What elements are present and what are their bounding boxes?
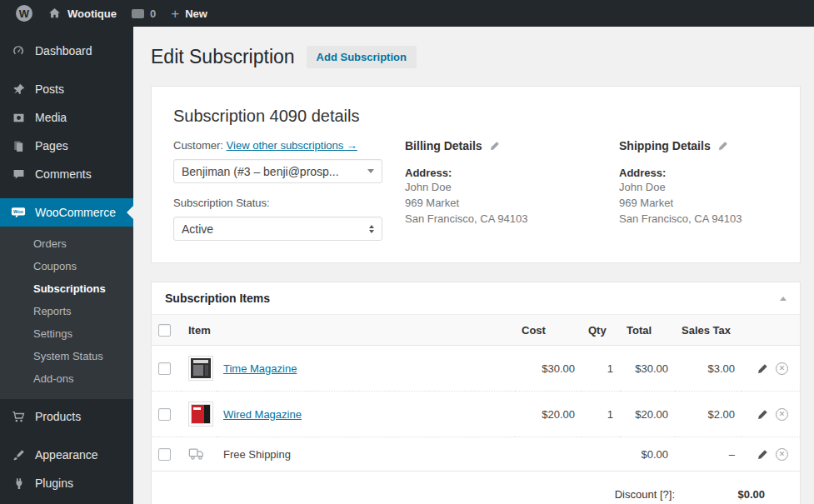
comments-icon (10, 166, 27, 182)
sidebar-item-posts[interactable]: Posts (0, 75, 133, 103)
total-row-discount: Discount [?]: $0.00 (615, 482, 765, 504)
row-checkbox[interactable] (158, 362, 171, 375)
admin-bar: W Wootique 0 + New (0, 0, 814, 27)
column-header-total: Total (620, 315, 675, 346)
add-subscription-button[interactable]: Add Subscription (307, 46, 417, 68)
billing-address-label: Address: (405, 167, 619, 179)
table-row: Time Magazine $30.00 1 $30.00 $3.00 ✕ (152, 346, 800, 392)
woocommerce-icon: Woo (10, 204, 27, 221)
comment-bubble-icon (132, 9, 144, 18)
sidebar-item-appearance[interactable]: Appearance (0, 441, 133, 469)
submenu-item-subscriptions[interactable]: Subscriptions (0, 277, 133, 300)
submenu-item-settings[interactable]: Settings (0, 322, 133, 345)
item-tax: $3.00 (675, 346, 742, 392)
comments-count: 0 (150, 7, 156, 20)
sidebar-item-woocommerce[interactable]: Woo WooCommerce (0, 198, 133, 227)
subscription-details-heading: Subscription 4090 details (173, 107, 778, 126)
pin-icon (10, 81, 27, 97)
subscription-items-panel: Subscription Items Item Cost Qty Total S… (151, 282, 801, 504)
collapse-panel-icon[interactable] (780, 297, 787, 301)
subscription-status-value: Active (182, 222, 213, 236)
discount-label[interactable]: Discount [?]: (615, 488, 675, 501)
shipping-address-line: San Francisco, CA 94103 (619, 211, 778, 227)
woocommerce-submenu: Orders Coupons Subscriptions Reports Set… (0, 227, 133, 399)
sidebar-item-plugins[interactable]: Plugins (0, 469, 133, 497)
shipping-details-heading: Shipping Details (619, 139, 711, 152)
home-icon (47, 7, 62, 20)
sidebar-item-media[interactable]: Media (0, 103, 133, 132)
shipping-name: Free Shipping (217, 437, 515, 472)
submenu-item-reports[interactable]: Reports (0, 300, 133, 322)
billing-address-line: 969 Market (405, 195, 619, 211)
item-cost: $30.00 (515, 346, 582, 392)
row-checkbox[interactable] (158, 408, 171, 421)
shipping-row: Free Shipping $0.00 – ✕ (152, 437, 800, 472)
new-content-button[interactable]: + New (163, 0, 215, 27)
column-header-item: Item (182, 315, 515, 346)
site-name-label: Wootique (67, 7, 117, 20)
select-arrows-icon (369, 225, 374, 233)
customer-select[interactable]: Benjiman (#3 – benji@prosp... (173, 159, 382, 183)
shipping-total: $0.00 (620, 437, 675, 472)
main-content: Edit Subscription Add Subscription Subsc… (133, 27, 814, 504)
sidebar-item-products[interactable]: Products (0, 402, 133, 431)
sidebar-item-label: Media (35, 111, 67, 124)
edit-item-pencil-icon[interactable] (757, 408, 769, 421)
edit-billing-pencil-icon[interactable] (489, 140, 501, 152)
sidebar-item-dashboard[interactable]: Dashboard (0, 37, 133, 65)
new-label: New (185, 7, 207, 20)
edit-item-pencil-icon[interactable] (757, 362, 769, 375)
billing-address-line: John Doe (405, 179, 619, 195)
sidebar-item-pages[interactable]: Pages (0, 132, 133, 160)
submenu-item-orders[interactable]: Orders (0, 232, 133, 255)
edit-shipping-pencil-icon[interactable] (757, 448, 769, 461)
sidebar-item-comments[interactable]: Comments (0, 160, 133, 188)
shipping-address-line: 969 Market (619, 195, 778, 211)
delete-item-icon[interactable]: ✕ (776, 362, 788, 375)
site-name-link[interactable]: Wootique (40, 0, 124, 27)
customer-select-value: Benjiman (#3 – benji@prosp... (182, 165, 339, 178)
sidebar-item-label: Appearance (35, 448, 98, 462)
select-all-checkbox[interactable] (158, 324, 171, 337)
sidebar-item-label: Pages (35, 139, 68, 152)
sidebar-item-label: Dashboard (35, 44, 92, 57)
sidebar-item-label: Plugins (35, 477, 73, 490)
order-totals: Discount [?]: $0.00 Shipping [?]: $0.00 (152, 472, 800, 504)
delete-item-icon[interactable]: ✕ (776, 408, 788, 421)
subscription-items-table: Item Cost Qty Total Sales Tax Tim (152, 315, 800, 472)
item-link[interactable]: Wired Magazine (223, 408, 302, 421)
wordpress-logo-icon: W (16, 5, 32, 22)
subscription-details-panel: Subscription 4090 details Customer: View… (151, 86, 801, 263)
submenu-item-add-ons[interactable]: Add-ons (0, 367, 133, 390)
cart-icon (10, 408, 27, 425)
subscription-status-label: Subscription Status: (173, 197, 382, 209)
delete-shipping-icon[interactable]: ✕ (776, 448, 788, 461)
wired-magazine-thumbnail (188, 402, 213, 427)
item-total: $20.00 (620, 392, 675, 437)
item-tax: $2.00 (675, 392, 742, 437)
row-checkbox[interactable] (158, 448, 171, 461)
edit-shipping-pencil-icon[interactable] (717, 140, 729, 152)
billing-column: Billing Details Address: John Doe 969 Ma… (405, 139, 619, 241)
chevron-down-icon (367, 169, 374, 173)
wordpress-logo-button[interactable]: W (8, 0, 40, 27)
view-other-subscriptions-link[interactable]: View other subscriptions → (227, 139, 357, 152)
submenu-item-system-status[interactable]: System Status (0, 345, 133, 367)
item-qty: 1 (582, 346, 620, 392)
dashboard-icon (10, 42, 27, 59)
sidebar-item-label: WooCommerce (35, 206, 116, 219)
item-qty: 1 (582, 392, 620, 437)
submenu-item-coupons[interactable]: Coupons (0, 255, 133, 277)
subscription-status-select[interactable]: Active (173, 217, 382, 241)
table-header-row: Item Cost Qty Total Sales Tax (152, 315, 800, 346)
subscription-items-heading: Subscription Items (165, 292, 270, 305)
sidebar-item-users[interactable]: Users (0, 497, 133, 504)
svg-text:Woo: Woo (13, 209, 24, 214)
shipping-column: Shipping Details Address: John Doe 969 M… (619, 139, 778, 241)
page-title: Edit Subscription (151, 45, 295, 69)
item-total: $30.00 (620, 346, 675, 392)
sidebar-item-label: Comments (35, 167, 92, 181)
comments-counter[interactable]: 0 (124, 0, 163, 27)
brush-icon (10, 447, 27, 463)
item-link[interactable]: Time Magazine (223, 362, 297, 375)
